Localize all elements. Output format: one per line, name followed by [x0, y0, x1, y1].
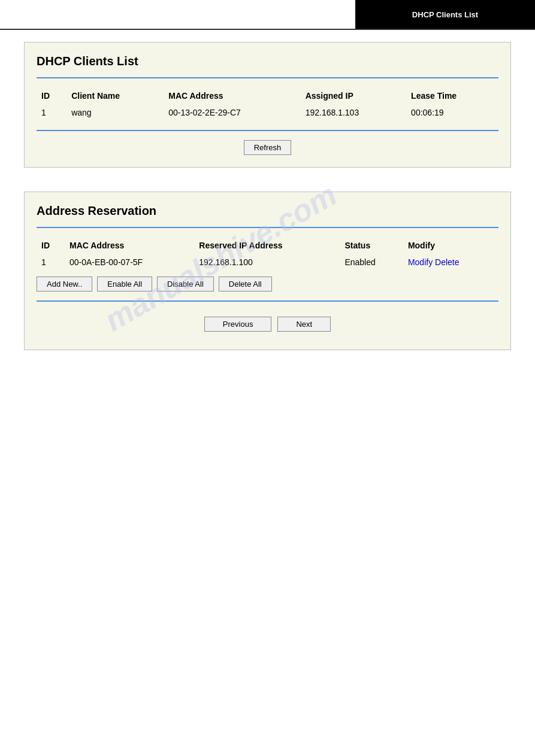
dhcp-col-mac: MAC Address — [164, 87, 300, 104]
dhcp-col-client-name: Client Name — [67, 87, 164, 104]
delete-link[interactable]: Delete — [435, 257, 459, 267]
header-tab: DHCP Clients List — [355, 0, 535, 29]
modify-link[interactable]: Modify — [408, 257, 433, 267]
dhcp-row-id: 1 — [37, 104, 67, 121]
dhcp-table-header-row: ID Client Name MAC Address Assigned IP L… — [37, 87, 498, 104]
dhcp-row-assigned-ip: 192.168.1.103 — [301, 104, 406, 121]
refresh-btn-container: Refresh — [37, 140, 498, 155]
address-reservation-title: Address Reservation — [37, 204, 498, 218]
res-row-mac: 00-0A-EB-00-07-5F — [65, 254, 194, 271]
action-buttons-container: Add New.. Enable All Disable All Delete … — [37, 277, 498, 292]
dhcp-bottom-divider — [37, 130, 498, 131]
dhcp-clients-table: ID Client Name MAC Address Assigned IP L… — [37, 87, 498, 121]
res-col-reserved-ip: Reserved IP Address — [194, 237, 340, 254]
next-button[interactable]: Next — [277, 317, 331, 332]
res-col-mac: MAC Address — [65, 237, 194, 254]
res-row-status: Enabled — [340, 254, 403, 271]
navigation-buttons: Previous Next — [37, 311, 498, 338]
address-reservation-section: Address Reservation ID MAC Address Reser… — [24, 192, 511, 350]
res-col-status: Status — [340, 237, 403, 254]
table-row: 1 wang 00-13-02-2E-29-C7 192.168.1.103 0… — [37, 104, 498, 121]
content-wrapper: manualshive.com DHCP Clients List ID Cli… — [0, 30, 535, 386]
dhcp-row-mac: 00-13-02-2E-29-C7 — [164, 104, 300, 121]
add-new-button[interactable]: Add New.. — [37, 277, 92, 292]
dhcp-clients-section: DHCP Clients List ID Client Name MAC Add… — [24, 42, 511, 168]
dhcp-col-lease-time: Lease Time — [406, 87, 498, 104]
header-bar: DHCP Clients List — [0, 0, 535, 30]
reservation-bottom-divider — [37, 300, 498, 302]
reservation-header-row: ID MAC Address Reserved IP Address Statu… — [37, 237, 498, 254]
disable-all-button[interactable]: Disable All — [157, 277, 214, 292]
dhcp-col-id: ID — [37, 87, 67, 104]
res-row-id: 1 — [37, 254, 65, 271]
dhcp-row-lease-time: 00:06:19 — [406, 104, 498, 121]
delete-all-button[interactable]: Delete All — [219, 277, 272, 292]
header-tab-label: DHCP Clients List — [412, 10, 478, 19]
address-reservation-table: ID MAC Address Reserved IP Address Statu… — [37, 237, 498, 271]
enable-all-button[interactable]: Enable All — [97, 277, 152, 292]
res-col-id: ID — [37, 237, 65, 254]
reservation-top-divider — [37, 227, 498, 228]
res-row-reserved-ip: 192.168.1.100 — [194, 254, 340, 271]
res-col-modify: Modify — [403, 237, 498, 254]
res-row-modify-delete: Modify Delete — [403, 254, 498, 271]
dhcp-row-client-name: wang — [67, 104, 164, 121]
main-content: DHCP Clients List ID Client Name MAC Add… — [0, 30, 535, 386]
previous-button[interactable]: Previous — [204, 317, 272, 332]
dhcp-clients-title: DHCP Clients List — [37, 54, 498, 68]
dhcp-top-divider — [37, 77, 498, 78]
table-row: 1 00-0A-EB-00-07-5F 192.168.1.100 Enable… — [37, 254, 498, 271]
dhcp-col-assigned-ip: Assigned IP — [301, 87, 406, 104]
refresh-button[interactable]: Refresh — [244, 140, 292, 155]
